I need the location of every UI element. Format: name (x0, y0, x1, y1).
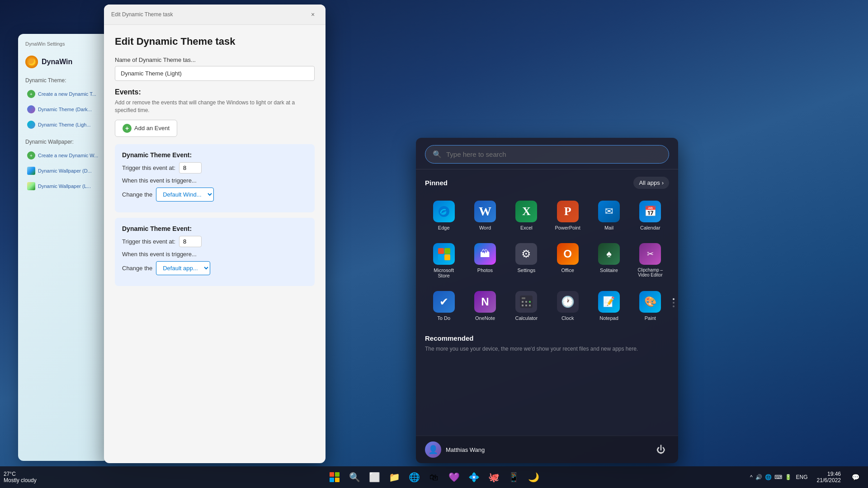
add-event-icon: + (123, 124, 132, 133)
edit-dialog: Edit Dynamic Theme task × Edit Dynamic T… (104, 5, 326, 463)
dynamic-theme-light-item[interactable]: Dynamic Theme (Ligh... (25, 118, 101, 131)
event-block-2-change-row: When this event is triggere... (122, 251, 307, 258)
mail-app-label: Mail (604, 225, 613, 230)
app-item-msstore[interactable]: Microsoft Store (425, 239, 462, 283)
start-button[interactable] (326, 468, 344, 486)
pinned-apps-grid: Edge W Word X Excel P PowerPoint ✉ Mail … (425, 196, 669, 325)
name-field-input[interactable] (115, 66, 315, 81)
taskbar-center: 🔍 ⬜ 📁 🌐 🛍 💜 💠 🐙 📱 🌙 (326, 468, 542, 486)
dynamic-theme-dark-label: Dynamic Theme (Dark... (38, 107, 92, 112)
powerpoint-app-icon: P (557, 201, 579, 222)
task-view-button[interactable]: ⬜ (365, 468, 383, 486)
all-apps-label: All apps (639, 179, 660, 186)
add-event-button[interactable]: + Add an Event (115, 120, 177, 137)
taskbar-right: ^ 🔊 🌐 ⌨ 🔋 ENG 19:46 21/6/2022 💬 (746, 468, 864, 486)
start-search-input[interactable] (446, 150, 661, 158)
dynamic-wallpaper-section-label: Dynamic Wallpaper: (25, 139, 101, 145)
photos-app-icon: 🏔 (474, 243, 496, 265)
edit-dialog-title: Edit Dynamic Theme task (115, 36, 315, 47)
app-item-settings[interactable]: ⚙ Settings (508, 239, 545, 283)
events-section-title: Events: (115, 88, 315, 96)
app-item-calendar[interactable]: 📅 Calendar (632, 196, 669, 235)
edge-taskbar-icon: 🌐 (409, 472, 420, 483)
pinned-header: Pinned All apps › (425, 177, 669, 189)
app-item-paint[interactable]: 🎨 Paint (632, 286, 669, 325)
dynamic-theme-dark-item[interactable]: Dynamic Theme (Dark... (25, 103, 101, 116)
paint-app-icon: 🎨 (639, 291, 661, 313)
change-label-2: When this event is triggere... (122, 251, 197, 258)
create-new-dynamic-wallpaper-btn[interactable]: + Create a new Dynamic W... (25, 149, 101, 162)
svg-rect-15 (330, 478, 334, 482)
onenote-app-icon: N (474, 291, 496, 313)
app-item-notepad[interactable]: 📝 Notepad (590, 286, 627, 325)
onenote-app-label: OneNote (475, 315, 495, 321)
app-item-excel[interactable]: X Excel (508, 196, 545, 235)
phone-taskbar-button[interactable]: 📱 (505, 468, 523, 486)
app-item-solitaire[interactable]: ♠ Solitaire (590, 239, 627, 283)
trigger-time-input-2[interactable] (179, 236, 202, 247)
svg-rect-11 (525, 305, 527, 306)
vs-taskbar-button[interactable]: 💜 (445, 468, 463, 486)
change-the-label-1: Change the (122, 191, 152, 198)
user-profile-button[interactable]: 👤 Matthias Wang (425, 441, 485, 458)
svg-rect-16 (335, 478, 340, 482)
start-menu-content: Pinned All apps › Edge W (416, 169, 678, 436)
edge-taskbar-button[interactable]: 🌐 (405, 468, 423, 486)
start-search-box[interactable]: 🔍 (425, 145, 669, 164)
create-new-dynamic-theme-btn[interactable]: + Create a new Dynamic T... (25, 87, 101, 101)
app-item-office[interactable]: O Office (549, 239, 586, 283)
keyboard-icon: ⌨ (774, 474, 782, 480)
clock-app-icon: 🕐 (557, 291, 579, 313)
speaker-icon[interactable]: 🔊 (755, 474, 762, 480)
wallpaper-dark-thumb (27, 167, 35, 175)
weather-desc: Mostly cloudy (4, 477, 37, 483)
weather-temp: 27°C (4, 471, 16, 477)
app-item-onenote[interactable]: N OneNote (466, 286, 504, 325)
app-item-todo[interactable]: ✔ To Do (425, 286, 462, 325)
svg-rect-4 (444, 254, 450, 260)
scroll-dot-2 (673, 302, 675, 304)
git-taskbar-button[interactable]: 🐙 (485, 468, 503, 486)
app-item-edge[interactable]: Edge (425, 196, 462, 235)
network-icon[interactable]: 🌐 (765, 474, 772, 480)
app-item-clipchamp[interactable]: ✂ Clipchamp – Video Editor (632, 239, 669, 283)
app-item-calculator[interactable]: Calculator (508, 286, 545, 325)
event-block-1-title: Dynamic Theme Event: (122, 151, 307, 159)
recommended-desc: The more you use your device, the more w… (425, 346, 669, 352)
dynamic-theme-light-label: Dynamic Theme (Ligh... (38, 122, 91, 127)
search-taskbar-button[interactable]: 🔍 (345, 468, 363, 486)
change-label-1: When this event is triggere... (122, 177, 197, 184)
change-select-1[interactable]: Default Wind... (156, 188, 214, 202)
taskbar-time: 19:46 (827, 471, 841, 477)
app-item-powerpoint[interactable]: P PowerPoint (549, 196, 586, 235)
calendar-app-label: Calendar (640, 225, 660, 230)
file-explorer-button[interactable]: 📁 (385, 468, 403, 486)
dynamic-wallpaper-dark-item[interactable]: Dynamic Wallpaper (D... (25, 164, 101, 178)
svg-rect-14 (335, 472, 340, 477)
all-apps-button[interactable]: All apps › (633, 177, 669, 189)
dynawin-taskbar-button[interactable]: 🌙 (524, 468, 542, 486)
trigger-time-input-1[interactable] (179, 162, 202, 174)
app-item-photos[interactable]: 🏔 Photos (466, 239, 504, 283)
power-button[interactable]: ⏻ (653, 441, 669, 458)
taskbar-clock[interactable]: 19:46 21/6/2022 (817, 471, 841, 483)
dynamic-wallpaper-dark-label: Dynamic Wallpaper (D... (38, 168, 92, 174)
change-select-2[interactable]: Default app... (156, 261, 210, 275)
dynamic-wallpaper-light-item[interactable]: Dynamic Wallpaper (L... (25, 179, 101, 193)
event-block-1-trigger-row: Trigger this event at: (122, 162, 307, 174)
dialog-close-button[interactable]: × (307, 9, 318, 20)
chevron-up-icon[interactable]: ^ (750, 474, 753, 480)
app-item-clock[interactable]: 🕐 Clock (549, 286, 586, 325)
vscode-taskbar-button[interactable]: 💠 (465, 468, 483, 486)
clock-app-label: Clock (561, 315, 574, 321)
event-block-1-select-row: Change the Default Wind... (122, 188, 307, 202)
store-taskbar-button[interactable]: 🛍 (425, 468, 443, 486)
dynamic-wallpaper-light-label: Dynamic Wallpaper (L... (38, 183, 91, 189)
user-name: Matthias Wang (446, 446, 485, 453)
app-item-mail[interactable]: ✉ Mail (590, 196, 627, 235)
trigger-label-2: Trigger this event at: (122, 238, 175, 245)
start-search-icon: 🔍 (433, 150, 442, 159)
notifications-button[interactable]: 💬 (846, 468, 864, 486)
scroll-dot-1 (673, 298, 675, 300)
app-item-word[interactable]: W Word (466, 196, 504, 235)
